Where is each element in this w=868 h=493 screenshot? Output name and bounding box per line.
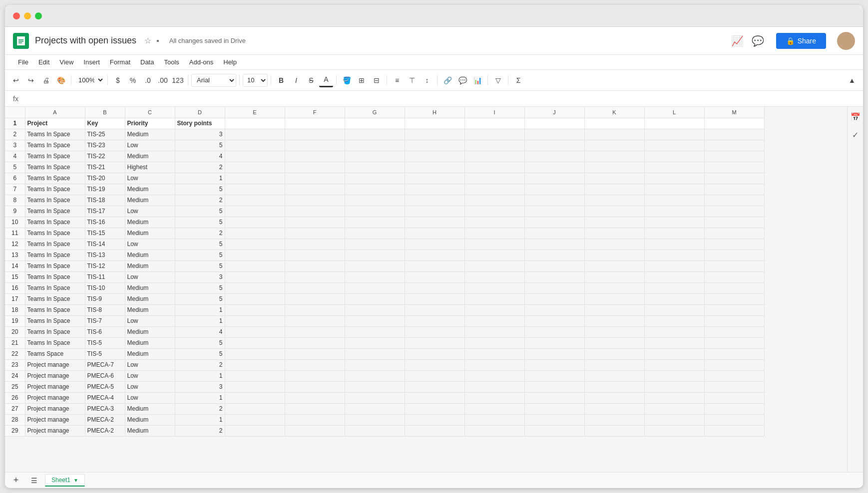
cell-a10[interactable]: Teams In Space: [25, 217, 85, 228]
menu-edit[interactable]: Edit: [33, 55, 54, 70]
cell-a16[interactable]: Teams In Space: [25, 282, 85, 293]
cell-empty-15-7[interactable]: [644, 271, 704, 282]
cell-c3[interactable]: Low: [125, 140, 175, 151]
cell-d11[interactable]: 2: [175, 228, 225, 239]
cell-empty-29-8[interactable]: [704, 425, 764, 436]
cell-empty-25-8[interactable]: [704, 381, 764, 392]
cell-empty-23-6[interactable]: [584, 359, 644, 370]
cell-c21[interactable]: Medium: [125, 337, 175, 348]
cell-a28[interactable]: Project manage: [25, 414, 85, 425]
sheet-tab-sheet1[interactable]: Sheet1 ▼: [45, 474, 85, 487]
cell-empty-15-1[interactable]: [285, 271, 345, 282]
cell-empty-21-3[interactable]: [405, 337, 464, 348]
decimal-dec-button[interactable]: .0: [141, 73, 155, 87]
cell-a1[interactable]: Project: [25, 118, 85, 129]
cell-empty-17-1[interactable]: [285, 293, 345, 304]
cell-empty-6-5[interactable]: [524, 173, 584, 184]
col-header-f[interactable]: F: [285, 107, 345, 118]
cell-empty-26-7[interactable]: [644, 392, 704, 403]
cell-empty-22-0[interactable]: [225, 348, 285, 359]
cell-c20[interactable]: Medium: [125, 326, 175, 337]
cell-empty-16-5[interactable]: [524, 282, 584, 293]
cell-h1[interactable]: [405, 118, 464, 129]
cell-empty-8-3[interactable]: [405, 195, 464, 206]
cell-empty-5-6[interactable]: [584, 162, 644, 173]
cell-d29[interactable]: 2: [175, 425, 225, 436]
cell-d14[interactable]: 5: [175, 260, 225, 271]
cell-c9[interactable]: Low: [125, 206, 175, 217]
cell-empty-7-0[interactable]: [225, 184, 285, 195]
cell-d20[interactable]: 4: [175, 326, 225, 337]
cell-empty-27-3[interactable]: [405, 403, 464, 414]
cell-empty-12-1[interactable]: [285, 239, 345, 249]
cell-b12[interactable]: TIS-14: [85, 239, 125, 249]
cell-empty-21-2[interactable]: [345, 337, 405, 348]
add-sheet-button[interactable]: +: [9, 474, 23, 488]
cell-empty-4-1[interactable]: [285, 151, 345, 162]
cell-empty-28-2[interactable]: [345, 414, 405, 425]
cell-empty-10-8[interactable]: [704, 217, 764, 228]
cell-empty-24-1[interactable]: [285, 370, 345, 381]
cell-empty-10-6[interactable]: [584, 217, 644, 228]
cell-a20[interactable]: Teams In Space: [25, 326, 85, 337]
cell-d22[interactable]: 5: [175, 348, 225, 359]
cell-empty-3-1[interactable]: [285, 140, 345, 151]
cell-empty-17-5[interactable]: [524, 293, 584, 304]
cell-empty-13-0[interactable]: [225, 249, 285, 260]
cell-c13[interactable]: Medium: [125, 249, 175, 260]
cell-empty-21-5[interactable]: [524, 337, 584, 348]
cell-empty-20-3[interactable]: [405, 326, 464, 337]
cell-empty-17-3[interactable]: [405, 293, 464, 304]
cell-c1[interactable]: Priority: [125, 118, 175, 129]
cell-empty-2-2[interactable]: [345, 129, 405, 140]
borders-button[interactable]: ⊞: [355, 73, 369, 87]
cell-a4[interactable]: Teams In Space: [25, 151, 85, 162]
cell-empty-13-2[interactable]: [345, 249, 405, 260]
cell-a27[interactable]: Project manage: [25, 403, 85, 414]
cell-empty-28-6[interactable]: [584, 414, 644, 425]
cell-empty-4-5[interactable]: [524, 151, 584, 162]
cell-empty-9-6[interactable]: [584, 206, 644, 217]
cell-empty-18-7[interactable]: [644, 304, 704, 315]
cell-c25[interactable]: Low: [125, 381, 175, 392]
cell-b27[interactable]: PMECA-3: [85, 403, 125, 414]
cell-empty-28-5[interactable]: [524, 414, 584, 425]
cell-empty-23-8[interactable]: [704, 359, 764, 370]
cell-c22[interactable]: Medium: [125, 348, 175, 359]
cell-a12[interactable]: Teams In Space: [25, 239, 85, 249]
cell-empty-27-6[interactable]: [584, 403, 644, 414]
decimal-inc-button[interactable]: .00: [156, 73, 170, 87]
cell-empty-14-3[interactable]: [405, 260, 464, 271]
cell-d7[interactable]: 5: [175, 184, 225, 195]
cell-empty-20-0[interactable]: [225, 326, 285, 337]
cell-empty-12-2[interactable]: [345, 239, 405, 249]
cell-empty-5-8[interactable]: [704, 162, 764, 173]
cell-empty-29-5[interactable]: [524, 425, 584, 436]
cell-empty-23-2[interactable]: [345, 359, 405, 370]
cell-empty-11-4[interactable]: [464, 228, 524, 239]
cell-b14[interactable]: TIS-12: [85, 260, 125, 271]
cell-empty-9-7[interactable]: [644, 206, 704, 217]
cell-empty-20-4[interactable]: [464, 326, 524, 337]
cell-empty-6-4[interactable]: [464, 173, 524, 184]
cell-empty-12-5[interactable]: [524, 239, 584, 249]
format-num-button[interactable]: 123: [171, 73, 185, 87]
cell-empty-16-2[interactable]: [345, 282, 405, 293]
cell-empty-28-8[interactable]: [704, 414, 764, 425]
cell-empty-9-8[interactable]: [704, 206, 764, 217]
cell-c6[interactable]: Low: [125, 173, 175, 184]
cell-empty-18-5[interactable]: [524, 304, 584, 315]
cell-c26[interactable]: Low: [125, 392, 175, 403]
cell-empty-16-6[interactable]: [584, 282, 644, 293]
cell-empty-19-7[interactable]: [644, 315, 704, 326]
cell-empty-21-1[interactable]: [285, 337, 345, 348]
cell-empty-2-6[interactable]: [584, 129, 644, 140]
cell-b16[interactable]: TIS-10: [85, 282, 125, 293]
cell-empty-21-6[interactable]: [584, 337, 644, 348]
cell-l1[interactable]: [644, 118, 704, 129]
align-v-button[interactable]: ⊤: [405, 73, 419, 87]
cell-empty-7-3[interactable]: [405, 184, 464, 195]
cell-empty-14-5[interactable]: [524, 260, 584, 271]
cell-b1[interactable]: Key: [85, 118, 125, 129]
cell-empty-10-3[interactable]: [405, 217, 464, 228]
